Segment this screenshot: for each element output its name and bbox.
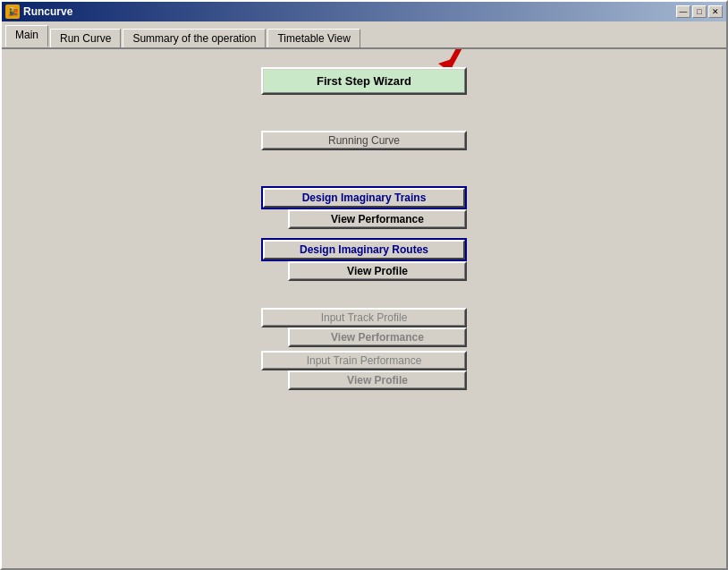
- titlebar-buttons: — □ ✕: [676, 5, 723, 18]
- tab-summary[interactable]: Summary of the operation: [123, 29, 266, 47]
- wizard-container: First Step Wizard: [261, 67, 467, 113]
- design-imaginary-routes-button[interactable]: Design Imaginary Routes: [261, 238, 467, 261]
- main-content: First Step Wizard Running Curve Design I…: [2, 49, 726, 568]
- first-step-wizard-button[interactable]: First Step Wizard: [261, 67, 467, 95]
- view-profile-2-button[interactable]: View Profile: [288, 370, 467, 390]
- track-profile-group: Input Track Profile View Performance: [261, 308, 467, 347]
- imaginary-trains-group: Design Imaginary Trains View Performance: [261, 186, 467, 229]
- tabbar: Main Run Curve Summary of the operation …: [2, 21, 726, 49]
- view-performance-1-button[interactable]: View Performance: [288, 209, 467, 229]
- maximize-button[interactable]: □: [692, 5, 707, 18]
- imaginary-routes-group: Design Imaginary Routes View Profile: [261, 238, 467, 281]
- titlebar-left: 🚂 Runcurve: [5, 4, 72, 19]
- tab-timetable[interactable]: Timetable View: [267, 29, 360, 47]
- main-window: 🚂 Runcurve — □ ✕ Main Run Curve Summary …: [0, 0, 728, 570]
- view-performance-2-button[interactable]: View Performance: [288, 328, 467, 347]
- input-train-performance-button[interactable]: Input Train Performance: [261, 351, 467, 370]
- minimize-button[interactable]: —: [676, 5, 690, 18]
- design-imaginary-trains-button[interactable]: Design Imaginary Trains: [261, 186, 467, 209]
- tab-main[interactable]: Main: [5, 25, 48, 47]
- titlebar: 🚂 Runcurve — □ ✕: [2, 2, 726, 21]
- running-curve-button[interactable]: Running Curve: [261, 131, 467, 150]
- train-performance-group: Input Train Performance View Profile: [261, 351, 467, 390]
- app-icon: 🚂: [5, 4, 20, 19]
- tab-run-curve[interactable]: Run Curve: [50, 29, 121, 47]
- view-profile-1-button[interactable]: View Profile: [288, 261, 467, 281]
- window-title: Runcurve: [23, 5, 72, 18]
- input-track-profile-button[interactable]: Input Track Profile: [261, 308, 467, 328]
- close-button[interactable]: ✕: [708, 5, 723, 18]
